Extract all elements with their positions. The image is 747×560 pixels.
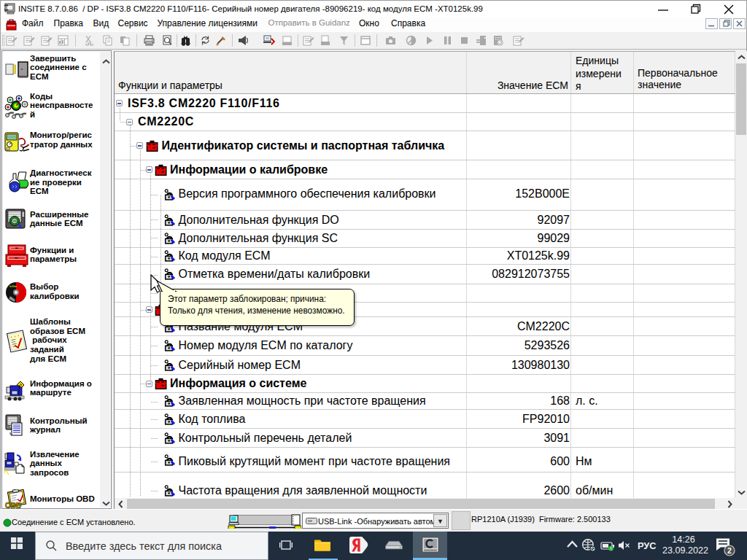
- svg-text:OBD: OBD: [5, 502, 21, 509]
- svg-text:2: 2: [727, 546, 732, 555]
- svg-text:InSite: InSite: [9, 284, 18, 288]
